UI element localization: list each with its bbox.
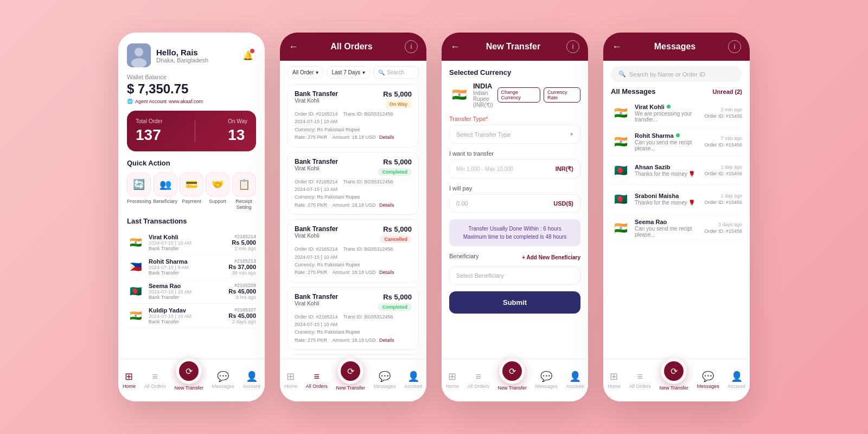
nav-item-account[interactable]: 👤 Account [566, 371, 584, 389]
details-link[interactable]: Details [379, 337, 394, 343]
action-item-support[interactable]: 🤝 Support [206, 173, 229, 210]
nav-icon: 💬 [702, 371, 714, 382]
submit-btn[interactable]: Submit [449, 291, 580, 314]
nav-item-home[interactable]: ⊞ Home [608, 371, 621, 389]
order-card: Bank Transfer Virat Kohli Rs 5,000 Compl… [288, 287, 419, 350]
messages-header: ← Messages i [603, 33, 750, 61]
nav-icon: 👤 [246, 371, 258, 382]
nav-item-all-orders[interactable]: ≡ All Orders [629, 371, 651, 389]
transactions-list: 🇮🇳 Virat Kohli 2024-07-15 | 10 AM Bank T… [127, 231, 256, 328]
i-will-pay-input[interactable]: 0.00 USD($) [449, 194, 580, 213]
nav-item-messages[interactable]: 💬 Messages [697, 371, 719, 389]
on-way-stat: On Way 13 [228, 118, 247, 144]
order-card: Bank Transfer Virat Kohli Rs 5,000 On Wa… [288, 84, 419, 148]
nav-item-messages[interactable]: 💬 Messages [535, 371, 558, 389]
nav-center-btn[interactable]: ⟳ [499, 358, 525, 384]
transfer-info-banner: Transfer Usually Done Within : 6 hours M… [449, 219, 580, 246]
msg-order: Order ID: #15456 [704, 113, 742, 119]
back-btn-orders[interactable]: ← [289, 41, 298, 53]
all-order-filter[interactable]: All Order ▾ [288, 66, 323, 79]
nav-item-home[interactable]: ⊞ Home [446, 371, 459, 389]
message-item[interactable]: 🇮🇳 Virat Kohli We are processing your tr… [611, 99, 742, 127]
nav-new-transfer[interactable]: ⟳ New Transfer [659, 358, 688, 391]
add-beneficiary-btn[interactable]: + Add New Beneficiary [522, 254, 580, 260]
orders-search-box[interactable]: 🔍 Search [373, 66, 419, 79]
nav-icon: 💬 [540, 371, 552, 382]
beneficiary-select[interactable]: Select Beneficiary [449, 266, 580, 285]
nav-center-btn[interactable]: ⟳ [176, 358, 202, 384]
nav-center-btn[interactable]: ⟳ [661, 358, 687, 384]
order-type-name: Bank Transfer Virat Kohli [295, 293, 338, 307]
info-btn-orders[interactable]: i [405, 40, 418, 53]
nav-new-transfer[interactable]: ⟳ New Transfer [336, 358, 365, 391]
notification-icon[interactable]: 🔔 [240, 47, 256, 63]
transfer-icon: ⟳ [341, 361, 360, 381]
order-header: Bank Transfer Virat Kohli Rs 5,000 Compl… [295, 293, 412, 311]
txn-id: #2165214 [232, 234, 256, 239]
date-filter[interactable]: Last 7 Days ▾ [327, 66, 370, 79]
msg-info: Seema Rao Can you send me recipt please.… [635, 219, 700, 238]
details-link[interactable]: Details [379, 202, 394, 208]
nav-icon: 💬 [379, 371, 391, 382]
nav-center-btn[interactable]: ⟳ [337, 358, 363, 384]
nav-item-all-orders[interactable]: ≡ All Orders [144, 371, 166, 389]
order-price: Rs 5,000 [378, 293, 412, 301]
nav-item-account[interactable]: 👤 Account [243, 371, 261, 389]
txn-amount: Rs 45,000 [228, 312, 256, 319]
nav-item-account[interactable]: 👤 Account [728, 371, 746, 389]
txn-name: Virat Kohli [149, 234, 227, 240]
action-icon: 🔄 [127, 173, 151, 196]
nav-label-transfer: New Transfer [497, 385, 527, 391]
nav-item-messages[interactable]: 💬 Messages [212, 371, 234, 389]
back-btn-transfer[interactable]: ← [450, 41, 460, 53]
back-btn-messages[interactable]: ← [612, 41, 622, 53]
transfer-type-select[interactable]: Select Transfer Type ▾ [449, 125, 580, 144]
action-item-payment[interactable]: 💳 Payment [180, 173, 203, 210]
nav-item-all-orders[interactable]: ≡ All Orders [306, 371, 328, 389]
msg-meta: 1 day ago Order ID: #15456 [704, 164, 742, 176]
currency-rate-btn[interactable]: Currency Rate [544, 87, 580, 103]
message-item[interactable]: 🇮🇳 Seema Rao Can you send me recipt plea… [611, 214, 742, 242]
change-currency-btn[interactable]: Change Currency [497, 87, 541, 103]
order-price-status: Rs 5,000 Cancelled [380, 225, 412, 243]
online-indicator [676, 133, 680, 137]
messages-search-box[interactable]: 🔍 Search by Name or Order ID [611, 66, 742, 82]
india-flag: 🇮🇳 [449, 85, 469, 105]
msg-time: 1 day ago [704, 193, 742, 199]
nav-new-transfer[interactable]: ⟳ New Transfer [174, 358, 203, 391]
i-want-label: I want to transfer [449, 150, 580, 157]
action-item-processing[interactable]: 🔄 Processing [127, 173, 151, 210]
nav-icon: ≡ [637, 371, 643, 382]
details-link[interactable]: Details [379, 135, 394, 140]
nav-item-account[interactable]: 👤 Account [405, 371, 423, 389]
flag-circle: 🇮🇳 [127, 234, 144, 251]
transaction-item: 🇮🇳 Kuldip Yadav 2024-07-15 | 10 AM Bank … [127, 304, 256, 328]
action-item-beneficiary[interactable]: 👥 Beneficiary [154, 173, 178, 210]
nav-item-home[interactable]: ⊞ Home [284, 371, 297, 389]
msg-time: 7 min ago [704, 136, 742, 141]
nav-item-all-orders[interactable]: ≡ All Orders [468, 371, 489, 389]
txn-type: Bank Transfer [149, 246, 227, 251]
i-want-placeholder: Min 1,000 - Max 10,000 [456, 166, 513, 172]
i-want-input[interactable]: Min 1,000 - Max 10,000 INR(₹) [449, 159, 580, 178]
country-currency: Indian Rupee (INR(₹)) [473, 90, 493, 108]
message-item[interactable]: 🇧🇩 Ahsan Sazib Thanks for the money 🌹 1 … [611, 156, 742, 185]
txn-date: 2024-07-15 | 10 AM [149, 289, 224, 295]
nav-new-transfer[interactable]: ⟳ New Transfer [497, 358, 527, 391]
msg-name: Rohit Sharma [635, 132, 674, 139]
action-item-receipt-setting[interactable]: 📋 Receipt Setting [232, 173, 256, 210]
nav-icon: ≡ [152, 371, 158, 382]
info-btn-messages[interactable]: i [728, 40, 741, 53]
info-btn-transfer[interactable]: i [566, 40, 579, 53]
message-item[interactable]: 🇧🇩 Sraboni Maisha Thanks for the money 🌹… [611, 185, 742, 214]
txn-time: 2 min ago [232, 246, 256, 251]
globe-icon: 🌐 [127, 99, 133, 104]
message-item[interactable]: 🇮🇳 Rohit Sharma Can you send me recipt p… [611, 127, 742, 156]
nav-item-home[interactable]: ⊞ Home [123, 371, 136, 389]
details-link[interactable]: Details [379, 270, 394, 275]
nav-label: Account [405, 384, 423, 389]
messages-list: 🇮🇳 Virat Kohli We are processing your tr… [603, 99, 750, 359]
nav-item-messages[interactable]: 💬 Messages [374, 371, 396, 389]
nav-label: Home [608, 384, 621, 389]
order-type: Bank Transfer [295, 158, 338, 165]
